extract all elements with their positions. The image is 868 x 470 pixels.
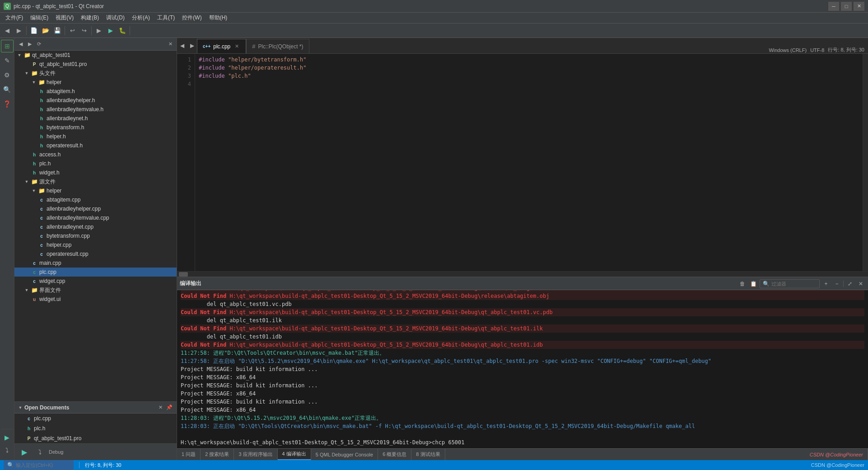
tab-app-output[interactable]: 3 应用程序输出 bbox=[234, 449, 277, 460]
tree-helper-folder-cpp[interactable]: ▼ 📁 helper bbox=[14, 186, 177, 195]
tree-pro-file[interactable]: P qt_abplc_test01.pro bbox=[14, 60, 177, 69]
sidebar-forward-btn[interactable]: ▶ bbox=[25, 40, 34, 49]
output-clear-btn[interactable]: 🗑 bbox=[738, 279, 747, 288]
open-doc-plc-cpp[interactable]: c plc.cpp bbox=[14, 414, 177, 423]
tree-helper-folder-h[interactable]: ▼ 📁 helper bbox=[14, 78, 177, 87]
open-doc-plc-h[interactable]: h plc.h bbox=[14, 423, 177, 433]
back-button[interactable]: ◀ bbox=[2, 25, 13, 36]
tab-build-output[interactable]: 4 编译输出 bbox=[278, 449, 311, 460]
minimize-button[interactable]: ─ bbox=[828, 2, 839, 11]
output-copy-btn[interactable]: 📋 bbox=[749, 279, 758, 288]
new-file-button[interactable]: 📄 bbox=[28, 25, 39, 36]
menu-edit[interactable]: 编辑(E) bbox=[27, 13, 52, 23]
status-bar: 🔍 行号: 8, 列号: 30 CSDN @CodingPioneer bbox=[0, 460, 868, 470]
output-content[interactable]: 11:27:52: 为项目qt_abplc_test01执行步骤 ...11:2… bbox=[177, 290, 868, 448]
activity-help-button[interactable]: ❓ bbox=[1, 98, 14, 110]
output-plus-btn[interactable]: + bbox=[821, 279, 831, 288]
output-filter[interactable]: 🔍 bbox=[760, 279, 820, 288]
code-content[interactable]: #include "helper/bytetransform.h" #inclu… bbox=[195, 54, 863, 271]
open-doc-pro-file[interactable]: P qt_abplc_test01.pro bbox=[14, 433, 177, 443]
tree-abtagitem-cpp[interactable]: c abtagitem.cpp bbox=[14, 195, 177, 204]
editor-hscrollbar[interactable] bbox=[177, 271, 868, 277]
open-docs-close-btn[interactable]: ✕ bbox=[156, 403, 165, 412]
tree-widget-cpp[interactable]: c widget.cpp bbox=[14, 277, 177, 286]
menu-file[interactable]: 文件(F) bbox=[2, 13, 27, 23]
sidebar-back-btn[interactable]: ◀ bbox=[16, 40, 25, 49]
tree-allenbradleynet-h[interactable]: h allenbradleynet.h bbox=[14, 114, 177, 123]
tree-widget-h[interactable]: h widget.h bbox=[14, 168, 177, 177]
debug-button[interactable]: 🐛 bbox=[117, 25, 128, 36]
tree-ui-folder[interactable]: ▼ 📁 界面文件 bbox=[14, 286, 177, 295]
activity-settings-button[interactable]: ⚙ bbox=[1, 69, 14, 81]
code-editor[interactable]: 1 2 3 4 #include "helper/bytetransform.h… bbox=[177, 54, 868, 271]
debug-step-over-button[interactable]: ⤵ bbox=[33, 446, 46, 458]
editor-scrollbar[interactable] bbox=[863, 54, 868, 271]
output-maximize-btn[interactable]: ⤢ bbox=[845, 279, 854, 288]
open-file-button[interactable]: 📂 bbox=[40, 25, 51, 36]
tab-test-results[interactable]: 8 测试结果 bbox=[411, 449, 445, 460]
status-search-area[interactable]: 🔍 bbox=[4, 460, 74, 470]
status-search-input[interactable] bbox=[16, 462, 70, 468]
tree-main-cpp[interactable]: c main.cpp bbox=[14, 258, 177, 268]
build-button[interactable]: ▶ bbox=[93, 25, 104, 36]
menu-analyze[interactable]: 分析(A) bbox=[128, 13, 154, 23]
sidebar-sync-btn[interactable]: ⟳ bbox=[34, 40, 43, 49]
tree-abtagitem-h[interactable]: h abtagitem.h bbox=[14, 87, 177, 96]
filter-input[interactable] bbox=[771, 281, 817, 287]
tree-plc-cpp[interactable]: c plc.cpp bbox=[14, 268, 177, 277]
menu-build[interactable]: 构建(B) bbox=[77, 13, 103, 23]
output-minus-btn[interactable]: − bbox=[832, 279, 841, 288]
sidebar-close-btn[interactable]: ✕ bbox=[166, 40, 175, 49]
tab-plc-cpp-close[interactable]: ✕ bbox=[233, 43, 240, 50]
tree-allenbradleyitemvalue-cpp[interactable]: c allenbradleyitemvalue.cpp bbox=[14, 213, 177, 222]
maximize-button[interactable]: □ bbox=[841, 2, 852, 11]
tree-bytetransform-cpp[interactable]: c bytetransform.cpp bbox=[14, 231, 177, 240]
tree-project-root[interactable]: ▼ 📁 qt_abplc_test01 bbox=[14, 51, 177, 60]
redo-button[interactable]: ↪ bbox=[79, 25, 89, 36]
tree-operateresult-h[interactable]: h operateresult.h bbox=[14, 141, 177, 150]
activity-search-button[interactable]: 🔍 bbox=[1, 83, 14, 96]
open-docs-pin-btn[interactable]: 📌 bbox=[165, 403, 174, 412]
tree-helper-cpp[interactable]: c helper.cpp bbox=[14, 240, 177, 249]
build-output-pane: 编译输出 🗑 📋 🔍 + − ⤢ ✕ 11:27:52: 为项目qt_abplc… bbox=[177, 277, 868, 448]
tree-allenbradleyhelper-h[interactable]: h allenbradleyhelper.h bbox=[14, 96, 177, 105]
tree-bytetransform-h[interactable]: h bytetransform.h bbox=[14, 123, 177, 132]
activity-files-button[interactable]: ⊞ bbox=[1, 40, 14, 52]
tree-allenbradleynet-cpp[interactable]: c allenbradleynet.cpp bbox=[14, 222, 177, 231]
tree-allenbradleyitemvalue-h[interactable]: h allenbradleyitemvalue.h bbox=[14, 105, 177, 114]
tree-allenbradleyhelper-cpp[interactable]: c allenbradleyhelper.cpp bbox=[14, 204, 177, 213]
tab-search-results[interactable]: 2 搜索结果 bbox=[201, 449, 234, 460]
debug-step-button[interactable]: ⤵ bbox=[1, 444, 14, 456]
tab-qml-debugger[interactable]: 5 QML Debugger Console bbox=[311, 449, 378, 460]
forward-button[interactable]: ▶ bbox=[14, 25, 24, 36]
tab-scroll-right[interactable]: ▶ bbox=[187, 38, 197, 53]
tree-source-folder[interactable]: ▼ 📁 源文件 bbox=[14, 177, 177, 186]
tab-function[interactable]: # Plc::Plc(QObject *) bbox=[246, 39, 309, 53]
menu-widgets[interactable]: 控件(W) bbox=[178, 13, 205, 23]
run-button[interactable]: ▶ bbox=[105, 25, 116, 36]
tab-plc-cpp[interactable]: c++ plc.cpp ✕ bbox=[197, 39, 246, 53]
debug-play-button[interactable]: ▶ bbox=[1, 431, 14, 444]
menu-view[interactable]: 视图(V) bbox=[52, 13, 77, 23]
tree-access-h[interactable]: h access.h bbox=[14, 150, 177, 159]
tree-operateresult-cpp[interactable]: c operateresult.cpp bbox=[14, 249, 177, 258]
tree-widget-ui[interactable]: u widget.ui bbox=[14, 295, 177, 304]
tab-overview[interactable]: 6 概要信息 bbox=[378, 449, 411, 460]
menu-debug[interactable]: 调试(D) bbox=[103, 13, 128, 23]
open-documents-header[interactable]: ▼ Open Documents ✕ 📌 bbox=[14, 402, 177, 414]
activity-edit-button[interactable]: ✎ bbox=[1, 54, 14, 67]
close-button[interactable]: ✕ bbox=[854, 2, 864, 11]
tree-plc-h[interactable]: h plc.h bbox=[14, 159, 177, 168]
output-close-btn[interactable]: ✕ bbox=[856, 279, 865, 288]
tree-header-folder[interactable]: ▼ 📁 头文件 bbox=[14, 69, 177, 78]
tab-problems[interactable]: 1 问题 bbox=[177, 449, 201, 460]
window-controls[interactable]: ─ □ ✕ bbox=[828, 2, 864, 11]
tab-scroll-left[interactable]: ◀ bbox=[177, 38, 187, 53]
menu-help[interactable]: 帮助(H) bbox=[205, 13, 231, 23]
undo-button[interactable]: ↩ bbox=[67, 25, 78, 36]
project-tree[interactable]: ▼ 📁 qt_abplc_test01 P qt_abplc_test01.pr… bbox=[14, 51, 177, 401]
tree-helper-h[interactable]: h helper.h bbox=[14, 132, 177, 141]
menu-tools[interactable]: 工具(T) bbox=[154, 13, 178, 23]
debug-run-button[interactable]: ▶ bbox=[18, 446, 31, 458]
save-button[interactable]: 💾 bbox=[52, 25, 63, 36]
